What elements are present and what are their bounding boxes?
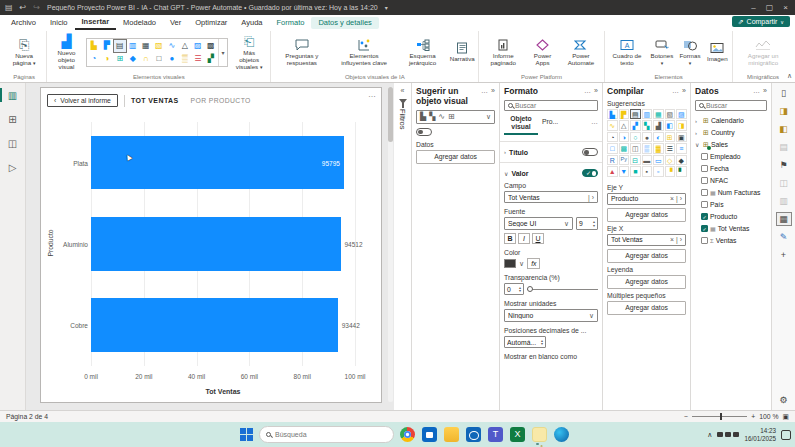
bar-plata[interactable]: 95795▲	[91, 136, 344, 190]
build-visual-type-icon-17[interactable]: ●	[642, 132, 653, 143]
menu-tab-formato[interactable]: Formato	[270, 17, 312, 29]
suggest-toggle[interactable]	[416, 128, 432, 136]
field-expand-icon[interactable]: ›	[592, 194, 594, 201]
menu-tab-insertar[interactable]: Insertar	[75, 16, 117, 30]
power-apps-button[interactable]: Power Apps	[527, 38, 558, 67]
gallery-visual-icon-5[interactable]: ▧	[153, 40, 165, 52]
notification-center-icon[interactable]	[781, 430, 791, 440]
build-visual-type-icon-16[interactable]: ○	[630, 132, 641, 143]
visualizations-icon[interactable]: ▦	[776, 212, 792, 226]
shapes-button[interactable]: Formas ▾	[678, 38, 702, 68]
buttons-button[interactable]: Botones ▾	[649, 38, 675, 68]
table-row-country[interactable]: ›⊞Country	[695, 127, 767, 139]
build-visual-type-icon-36[interactable]: ▼	[619, 166, 630, 177]
gallery-visual-icon-18[interactable]: ☰	[192, 53, 204, 65]
gallery-visual-icon-14[interactable]: ∩	[140, 53, 152, 65]
field-checkbox[interactable]	[701, 177, 708, 184]
title-dropdown-icon[interactable]: ▾	[385, 4, 388, 11]
suggested-visual-icon-0[interactable]: ▙	[420, 112, 426, 121]
chevron-down-icon[interactable]: ∨	[695, 141, 701, 148]
fit-to-page-icon[interactable]: ▣	[783, 413, 789, 421]
add-data-button-eje-y[interactable]: Agregar datos	[607, 208, 686, 222]
gallery-visual-icon-15[interactable]: □	[153, 53, 165, 65]
build-visual-type-icon-41[interactable]: ▘	[676, 166, 687, 177]
file-explorer-icon[interactable]	[444, 427, 459, 442]
build-visual-type-icon-28[interactable]: R	[607, 155, 618, 166]
gallery-visual-icon-6[interactable]: ∿	[166, 40, 178, 52]
valor-toggle[interactable]: ✓	[582, 169, 598, 177]
field-expand-icon[interactable]: ›	[680, 195, 682, 202]
build-visual-type-icon-33[interactable]: ◇	[665, 155, 676, 166]
format-visual-icon[interactable]: ◧	[776, 122, 792, 136]
more-options-icon[interactable]: …	[672, 87, 679, 94]
build-visual-type-icon-18[interactable]: ◐	[653, 132, 664, 143]
font-size-spinner[interactable]: 9 ▴▾	[576, 217, 598, 229]
build-visual-type-icon-20[interactable]: ▣	[676, 132, 687, 143]
build-visual-type-icon-0[interactable]: ▙	[607, 109, 618, 120]
zoom-out-icon[interactable]: −	[684, 413, 688, 420]
excel-icon[interactable]	[510, 427, 525, 442]
share-button[interactable]: ⇗ Compartir ∨	[732, 16, 790, 27]
build-visual-type-icon-2[interactable]: ▤	[630, 109, 641, 120]
outlook-icon[interactable]	[466, 427, 481, 442]
build-visual-type-icon-35[interactable]: ▲	[607, 166, 618, 177]
build-visual-type-icon-1[interactable]: ▛	[619, 109, 630, 120]
data-search-input[interactable]	[706, 102, 763, 109]
teams-icon[interactable]	[488, 427, 503, 442]
build-visual-type-icon-7[interactable]: ∿	[607, 120, 618, 131]
underline-button[interactable]: U	[532, 233, 544, 244]
format-search-input[interactable]	[515, 102, 594, 109]
tray-expand-icon[interactable]: ∧	[707, 431, 712, 439]
menu-tab-inicio[interactable]: Inicio	[43, 17, 75, 29]
gallery-visual-icon-7[interactable]: △	[179, 40, 191, 52]
store-icon[interactable]	[422, 427, 437, 442]
gallery-visual-icon-17[interactable]: ▒	[179, 53, 191, 65]
bookmarks-icon[interactable]: ⚑	[776, 158, 792, 172]
gallery-visual-icon-10[interactable]: ◔	[88, 53, 100, 65]
build-visual-type-icon-5[interactable]: ▧	[665, 109, 676, 120]
suggested-visual-icon-2[interactable]: ∿	[438, 112, 445, 121]
chrome-icon[interactable]	[400, 427, 415, 442]
build-visual-type-icon-27[interactable]: ≡	[676, 143, 687, 154]
more-options-icon[interactable]: …	[481, 87, 488, 94]
field-checkbox[interactable]	[701, 237, 708, 244]
build-visual-type-icon-15[interactable]: ◑	[619, 132, 630, 143]
bar-chart-visual[interactable]: … ‹ Volver al informe TOT VENTAS POR PRO…	[40, 87, 382, 403]
remove-field-icon[interactable]: ×	[670, 195, 674, 202]
undo-icon[interactable]: ↩	[20, 3, 27, 12]
font-family-select[interactable]: Segoe UI ∨	[504, 217, 573, 230]
gallery-visual-icon-4[interactable]: ▦	[140, 40, 152, 52]
new-page-button[interactable]: ⎘ Nueva página ▾	[5, 37, 43, 68]
gallery-visual-icon-8[interactable]: ▨	[192, 40, 204, 52]
field-row-empleado[interactable]: Empleado	[695, 151, 767, 163]
build-visual-type-icon-21[interactable]: □	[607, 143, 618, 154]
build-visual-type-icon-14[interactable]: ◔	[607, 132, 618, 143]
model-view-icon[interactable]: ◫	[4, 135, 22, 151]
menu-tab-ver[interactable]: Ver	[163, 17, 188, 29]
mobile-layout-icon[interactable]: ▯	[776, 86, 792, 100]
build-visual-type-icon-19[interactable]: ⊞	[665, 132, 676, 143]
color-swatch[interactable]	[504, 259, 516, 268]
gallery-visual-icon-1[interactable]: ▛	[101, 40, 113, 52]
build-visual-type-icon-39[interactable]: ▫	[653, 166, 664, 177]
build-visual-type-icon-13[interactable]: ◨	[676, 120, 687, 131]
more-options-icon[interactable]: …	[753, 87, 760, 94]
table-row-calendario[interactable]: ›⊞Calendario	[695, 115, 767, 127]
field-checkbox[interactable]	[701, 165, 708, 172]
menu-tab-archivo[interactable]: Archivo	[4, 17, 43, 29]
zoom-in-icon[interactable]: +	[751, 413, 755, 420]
build-visual-type-icon-30[interactable]: ⊟	[630, 155, 641, 166]
qa-button[interactable]: Preguntas y respuestas	[274, 38, 329, 67]
field-row-nfac[interactable]: NFAC	[695, 175, 767, 187]
units-select[interactable]: Ninguno ∨	[504, 309, 598, 322]
dax-query-view-icon[interactable]: ▷	[4, 159, 22, 175]
build-visual-type-icon-10[interactable]: ▚	[642, 120, 653, 131]
edge-icon[interactable]	[554, 427, 569, 442]
new-visual-button[interactable]: ▟ Nuevo objeto visual	[50, 34, 83, 71]
field-checkbox[interactable]	[701, 201, 708, 208]
gallery-visual-icon-11[interactable]: ◑	[101, 53, 113, 65]
menu-tab-ayuda[interactable]: Ayuda	[234, 17, 269, 29]
collapse-pane-icon[interactable]: »	[682, 87, 686, 94]
build-visual-type-icon-25[interactable]: ▓	[653, 143, 664, 154]
text-box-button[interactable]: A Cuadro de texto	[608, 38, 646, 67]
